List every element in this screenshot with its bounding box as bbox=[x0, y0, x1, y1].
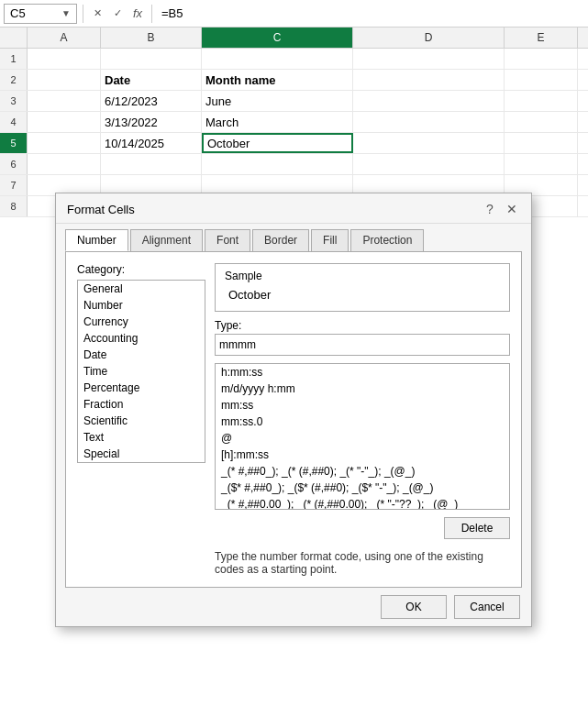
type-item[interactable]: h:mm:ss bbox=[216, 364, 509, 381]
col-header-a[interactable]: A bbox=[28, 28, 101, 48]
table-row: 2 Date Month name bbox=[0, 70, 588, 91]
type-item[interactable]: mm:ss bbox=[216, 397, 509, 414]
sample-section: Sample October bbox=[215, 263, 510, 312]
category-item-general[interactable]: General bbox=[78, 281, 205, 297]
cell-name: C5 bbox=[10, 6, 26, 20]
cell-a4[interactable] bbox=[28, 112, 101, 132]
category-item-custom[interactable]: Custom bbox=[78, 462, 205, 463]
cell-c1[interactable] bbox=[202, 49, 353, 69]
col-header-b[interactable]: B bbox=[101, 28, 202, 48]
category-item-accounting[interactable]: Accounting bbox=[78, 330, 205, 347]
delete-btn-row: Delete bbox=[215, 517, 510, 539]
formula-bar: C5 ▼ ✕ ✓ fx bbox=[0, 0, 588, 28]
cell-e2[interactable] bbox=[505, 70, 578, 90]
type-item[interactable]: mm:ss.0 bbox=[216, 414, 509, 430]
cell-d3[interactable] bbox=[353, 91, 505, 111]
formula-bar-sep bbox=[83, 5, 83, 23]
category-item-percentage[interactable]: Percentage bbox=[78, 380, 205, 396]
col-header-c[interactable]: C bbox=[202, 28, 353, 48]
category-item-text[interactable]: Text bbox=[78, 429, 205, 446]
close-button[interactable]: ✕ bbox=[504, 201, 520, 217]
cell-c5[interactable]: October bbox=[202, 133, 353, 153]
cell-a3[interactable] bbox=[28, 91, 101, 111]
confirm-icon[interactable]: ✓ bbox=[109, 6, 126, 22]
cell-a6[interactable] bbox=[28, 154, 101, 174]
grid: A B C D E 1 2 Date Month name 3 bbox=[0, 28, 588, 217]
cell-e3[interactable] bbox=[505, 91, 578, 111]
format-body: Category: General Number Currency Accoun… bbox=[77, 263, 510, 576]
row-header-5: 5 bbox=[0, 133, 28, 153]
cell-b6[interactable] bbox=[101, 154, 202, 174]
cell-c4[interactable]: March bbox=[202, 112, 353, 132]
type-item[interactable]: _($* #,##0_); _($* (#,##0); _($* "-"_); … bbox=[216, 480, 509, 496]
cancel-button[interactable]: Cancel bbox=[454, 595, 520, 619]
cancel-icon[interactable]: ✕ bbox=[89, 6, 105, 22]
formula-input[interactable] bbox=[158, 4, 584, 24]
col-header-d[interactable]: D bbox=[353, 28, 505, 48]
cell-a5[interactable] bbox=[28, 133, 101, 153]
cell-e6[interactable] bbox=[505, 154, 578, 174]
tab-border[interactable]: Border bbox=[252, 229, 309, 251]
hint-text: Type the number format code, using one o… bbox=[215, 550, 510, 576]
category-section: Category: General Number Currency Accoun… bbox=[77, 263, 205, 576]
category-item-fraction[interactable]: Fraction bbox=[78, 396, 205, 413]
cell-d6[interactable] bbox=[353, 154, 505, 174]
sample-label: Sample bbox=[225, 270, 500, 282]
type-item[interactable]: _(* #,##0.00_); _(* (#,##0.00); _(* "-"?… bbox=[216, 496, 509, 510]
type-item[interactable]: m/d/yyyy h:mm bbox=[216, 381, 509, 397]
cell-b1[interactable] bbox=[101, 49, 202, 69]
delete-button[interactable]: Delete bbox=[444, 517, 510, 539]
cell-a1[interactable] bbox=[28, 49, 101, 69]
cell-c3[interactable]: June bbox=[202, 91, 353, 111]
tab-number[interactable]: Number bbox=[65, 229, 128, 251]
cell-d4[interactable] bbox=[353, 112, 505, 132]
category-item-special[interactable]: Special bbox=[78, 446, 205, 462]
cell-name-box[interactable]: C5 ▼ bbox=[4, 4, 77, 24]
fx-icon[interactable]: fx bbox=[129, 6, 146, 22]
cell-b4[interactable]: 3/13/2022 bbox=[101, 112, 202, 132]
type-item[interactable]: [h]:mm:ss bbox=[216, 447, 509, 463]
category-item-currency[interactable]: Currency bbox=[78, 314, 205, 330]
cell-b2[interactable]: Date bbox=[101, 70, 202, 90]
ok-button[interactable]: OK bbox=[381, 595, 447, 619]
format-cells-dialog: Format Cells ? ✕ Number Alignment Font B… bbox=[55, 193, 532, 627]
type-item[interactable]: @ bbox=[216, 430, 509, 447]
tab-protection[interactable]: Protection bbox=[350, 229, 424, 251]
table-row: 1 bbox=[0, 49, 588, 70]
cell-b5[interactable]: 10/14/2025 bbox=[101, 133, 202, 153]
format-right: Sample October Type: h:mm:ss m/d/yyyy h:… bbox=[215, 263, 510, 576]
cell-d5[interactable] bbox=[353, 133, 505, 153]
formula-bar-sep2 bbox=[151, 5, 152, 23]
table-row: 4 3/13/2022 March bbox=[0, 112, 588, 133]
dialog-body: Category: General Number Currency Accoun… bbox=[65, 251, 522, 588]
cell-c6[interactable] bbox=[202, 154, 353, 174]
tab-alignment[interactable]: Alignment bbox=[130, 229, 203, 251]
cell-e1[interactable] bbox=[505, 49, 578, 69]
row-header-6: 6 bbox=[0, 154, 28, 174]
help-button[interactable]: ? bbox=[482, 201, 498, 217]
category-item-time[interactable]: Time bbox=[78, 363, 205, 380]
cell-a2[interactable] bbox=[28, 70, 101, 90]
cell-c2[interactable]: Month name bbox=[202, 70, 353, 90]
cell-e5[interactable] bbox=[505, 133, 578, 153]
category-list[interactable]: General Number Currency Accounting Date … bbox=[77, 280, 205, 463]
category-item-date[interactable]: Date bbox=[78, 347, 205, 363]
category-label: Category: bbox=[77, 263, 205, 276]
row-header-4: 4 bbox=[0, 112, 28, 132]
table-row: 3 6/12/2023 June bbox=[0, 91, 588, 112]
table-row: 6 bbox=[0, 154, 588, 175]
type-input[interactable] bbox=[215, 334, 510, 356]
col-header-e[interactable]: E bbox=[505, 28, 578, 48]
row-header-1: 1 bbox=[0, 49, 28, 69]
type-item[interactable]: _(* #,##0_); _(* (#,##0); _(* "-"_); _(@… bbox=[216, 463, 509, 480]
cell-d2[interactable] bbox=[353, 70, 505, 90]
cell-d1[interactable] bbox=[353, 49, 505, 69]
category-item-number[interactable]: Number bbox=[78, 297, 205, 314]
cell-b3[interactable]: 6/12/2023 bbox=[101, 91, 202, 111]
category-item-scientific[interactable]: Scientific bbox=[78, 413, 205, 429]
tab-fill[interactable]: Fill bbox=[311, 229, 349, 251]
tab-font[interactable]: Font bbox=[205, 229, 250, 251]
cell-e4[interactable] bbox=[505, 112, 578, 132]
type-list[interactable]: h:mm:ss m/d/yyyy h:mm mm:ss mm:ss.0 @ [h… bbox=[215, 363, 510, 510]
col-headers: A B C D E bbox=[0, 28, 588, 49]
